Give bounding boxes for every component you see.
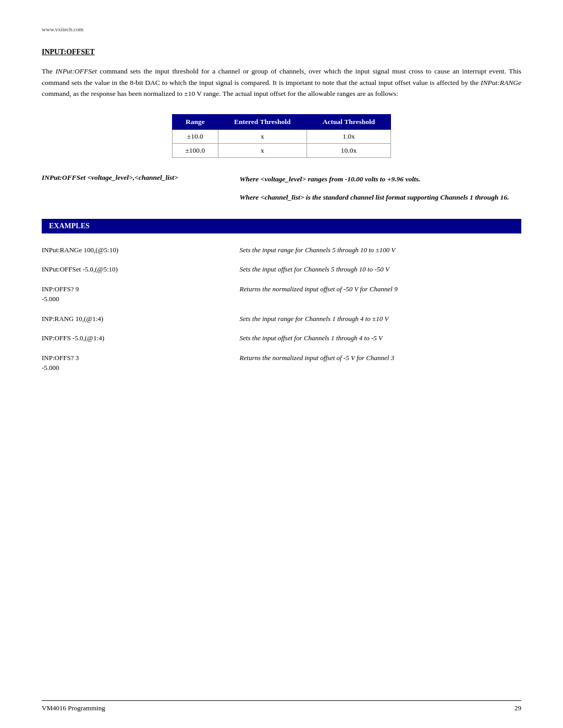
- example-row-2: INPut:OFFSet -5.0,(@5:10) Sets the input…: [42, 264, 521, 275]
- example-right-4: Sets the input range for Channels 1 thro…: [240, 314, 521, 324]
- example-right-6: Returns the normalized input offset of -…: [240, 353, 521, 363]
- threshold-table: Range Entered Threshold Actual Threshold…: [172, 114, 391, 158]
- table-row: ±100.0 x 10.0x: [173, 143, 391, 157]
- col-header-actual: Actual Threshold: [307, 114, 390, 129]
- command-left: INPut:OFFSet <voltage_level>,<channel_li…: [42, 174, 224, 203]
- example-left-3: INP:OFFS? 9-5.000: [42, 284, 224, 304]
- example-left-6: INP:OFFS? 3-5.000: [42, 353, 224, 373]
- page: www.vxitech.com INPUT:OFFSET The INPut:O…: [0, 0, 563, 728]
- example-row-4: INP:RANG 10,(@1:4) Sets the input range …: [42, 314, 521, 324]
- example-row-1: INPut:RANGe 100,(@5:10) Sets the input r…: [42, 245, 521, 255]
- intro-text: The INPut:OFFSet command sets the input …: [42, 66, 521, 100]
- examples-header: EXAMPLES: [42, 219, 521, 233]
- example-row-6: INP:OFFS? 3-5.000 Returns the normalized…: [42, 353, 521, 373]
- command-syntax: INPut:OFFSet <voltage_level>,<channel_li…: [42, 174, 178, 181]
- example-right-3: Returns the normalized input offset of -…: [240, 284, 521, 294]
- col-header-entered: Entered Threshold: [218, 114, 307, 129]
- cell-entered-2: x: [218, 143, 307, 157]
- example-right-2: Sets the input offset for Channels 5 thr…: [240, 264, 521, 275]
- examples-section: EXAMPLES INPut:RANGe 100,(@5:10) Sets th…: [42, 219, 521, 373]
- table-container: Range Entered Threshold Actual Threshold…: [42, 114, 521, 158]
- command-desc-2: Where <channel_list> is the standard cha…: [240, 192, 521, 203]
- example-left-1: INPut:RANGe 100,(@5:10): [42, 245, 224, 255]
- example-right-5: Sets the input offset for Channels 1 thr…: [240, 333, 521, 343]
- cell-range-2: ±100.0: [173, 143, 218, 157]
- cell-actual-2: 10.0x: [307, 143, 390, 157]
- example-row-3: INP:OFFS? 9-5.000 Returns the normalized…: [42, 284, 521, 304]
- footer-left: VM4016 Programming: [42, 704, 105, 712]
- cell-range-1: ±10.0: [173, 129, 218, 143]
- footer-right: 29: [515, 704, 521, 712]
- cell-entered-1: x: [218, 129, 307, 143]
- command-section: INPut:OFFSet <voltage_level>,<channel_li…: [42, 174, 521, 203]
- header-url: www.vxitech.com: [42, 26, 521, 32]
- command-desc-1: Where <voltage_level> ranges from -10.00…: [240, 174, 521, 185]
- section-title: INPUT:OFFSET: [42, 48, 521, 56]
- command-right: Where <voltage_level> ranges from -10.00…: [240, 174, 521, 203]
- cell-actual-1: 1.0x: [307, 129, 390, 143]
- example-left-4: INP:RANG 10,(@1:4): [42, 314, 224, 324]
- col-header-range: Range: [173, 114, 218, 129]
- example-row-5: INP:OFFS -5.0,(@1:4) Sets the input offs…: [42, 333, 521, 343]
- example-right-1: Sets the input range for Channels 5 thro…: [240, 245, 521, 255]
- table-row: ±10.0 x 1.0x: [173, 129, 391, 143]
- footer: VM4016 Programming 29: [42, 700, 521, 712]
- example-left-2: INPut:OFFSet -5.0,(@5:10): [42, 264, 224, 275]
- example-left-5: INP:OFFS -5.0,(@1:4): [42, 333, 224, 343]
